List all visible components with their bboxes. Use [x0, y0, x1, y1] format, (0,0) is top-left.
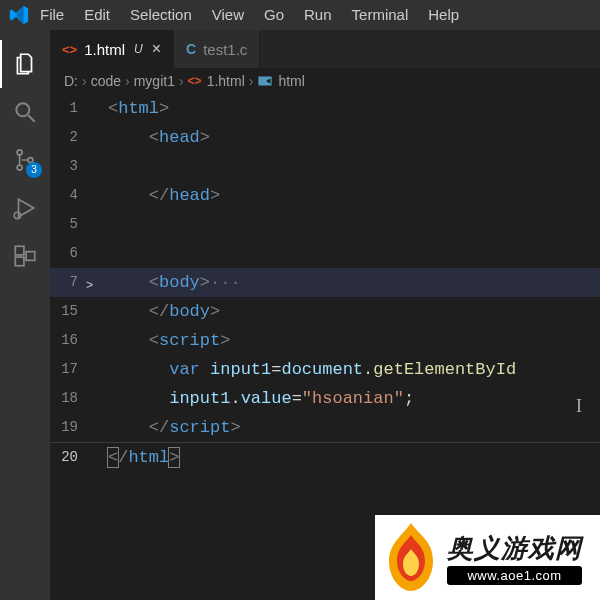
line-number: 3 [50, 152, 86, 181]
svg-point-2 [17, 150, 22, 155]
scm-badge: 3 [26, 162, 42, 178]
tab-test1-c[interactable]: C test1.c [174, 30, 260, 68]
line-number: 20 [50, 443, 86, 471]
crumb-folder[interactable]: mygit1 [134, 73, 175, 89]
line-number: 6 [50, 239, 86, 268]
run-debug-icon [12, 195, 38, 221]
watermark-url: www.aoe1.com [447, 566, 582, 585]
html-file-icon: <> [62, 42, 77, 57]
line-number: 18 [50, 384, 86, 413]
menu-selection[interactable]: Selection [120, 0, 202, 30]
line-number: 1 [50, 94, 86, 123]
watermark-title: 奥义游戏网 [447, 531, 582, 566]
tab-1-html[interactable]: <> 1.html U × [50, 30, 174, 68]
c-file-icon: C [186, 41, 196, 57]
crumb-symbol[interactable]: html [257, 73, 304, 89]
menu-file[interactable]: File [30, 0, 74, 30]
flame-logo-icon [381, 521, 441, 595]
activity-source-control[interactable]: 3 [0, 136, 50, 184]
svg-rect-7 [15, 257, 24, 266]
tab-label: test1.c [203, 41, 247, 58]
files-icon [12, 51, 38, 77]
editor-tabs: <> 1.html U × C test1.c [50, 30, 600, 68]
breadcrumb[interactable]: D: › code › mygit1 › <>1.html › html [50, 68, 600, 94]
svg-line-1 [28, 115, 35, 122]
chevron-right-icon: › [249, 73, 254, 89]
chevron-right-icon: › [82, 73, 87, 89]
svg-rect-8 [26, 252, 35, 261]
fold-toggle[interactable]: > [86, 268, 108, 297]
activity-search[interactable] [0, 88, 50, 136]
chevron-right-icon: › [125, 73, 130, 89]
symbol-icon [257, 73, 273, 89]
line-number: 4 [50, 181, 86, 210]
chevron-right-icon: › [179, 73, 184, 89]
line-number: 5 [50, 210, 86, 239]
modified-indicator: U [134, 42, 143, 56]
activity-run-debug[interactable] [0, 184, 50, 232]
activity-extensions[interactable] [0, 232, 50, 280]
menu-edit[interactable]: Edit [74, 0, 120, 30]
menu-run[interactable]: Run [294, 0, 342, 30]
menubar: File Edit Selection View Go Run Terminal… [0, 0, 600, 30]
svg-point-3 [17, 165, 22, 170]
close-icon[interactable]: × [152, 41, 161, 57]
extensions-icon [12, 243, 38, 269]
menu-view[interactable]: View [202, 0, 254, 30]
svg-point-0 [16, 103, 29, 116]
watermark-overlay: 奥义游戏网 www.aoe1.com [375, 515, 600, 600]
menu-go[interactable]: Go [254, 0, 294, 30]
crumb-file[interactable]: <>1.html [188, 73, 245, 89]
line-number: 15 [50, 297, 86, 326]
vscode-logo-icon [8, 4, 30, 26]
line-number: 19 [50, 413, 86, 442]
activity-bar: 3 [0, 30, 50, 600]
crumb-folder[interactable]: code [91, 73, 121, 89]
menu-terminal[interactable]: Terminal [342, 0, 419, 30]
line-number: 2 [50, 123, 86, 152]
tab-label: 1.html [84, 41, 125, 58]
search-icon [12, 99, 38, 125]
line-number: 16 [50, 326, 86, 355]
text-cursor-icon: I [576, 392, 582, 421]
svg-rect-6 [15, 246, 24, 255]
activity-explorer[interactable] [0, 40, 50, 88]
line-number: 7 [50, 268, 86, 297]
menu-help[interactable]: Help [418, 0, 469, 30]
crumb-drive[interactable]: D: [64, 73, 78, 89]
line-number: 17 [50, 355, 86, 384]
